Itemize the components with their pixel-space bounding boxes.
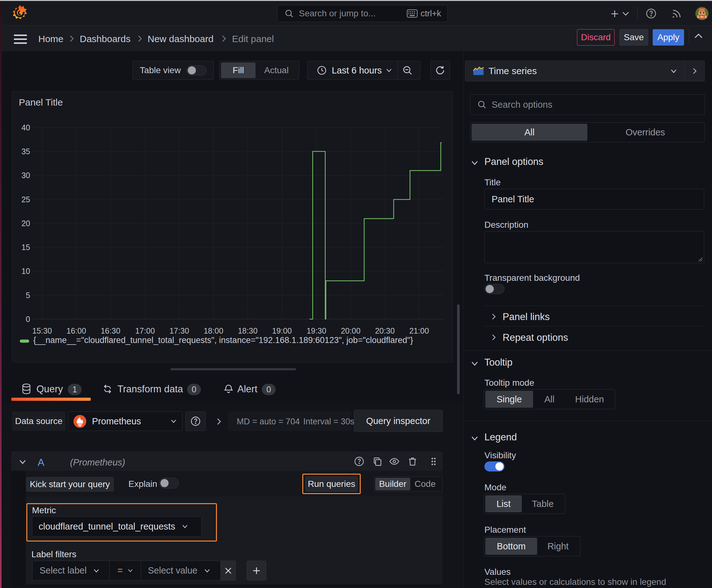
svg-text:20:00: 20:00 bbox=[341, 327, 361, 335]
svg-text:5: 5 bbox=[26, 291, 30, 300]
svg-text:18:30: 18:30 bbox=[238, 327, 258, 335]
svg-text:20: 20 bbox=[21, 219, 30, 228]
svg-text:17:30: 17:30 bbox=[170, 327, 189, 335]
svg-text:0: 0 bbox=[26, 315, 30, 323]
svg-text:20:30: 20:30 bbox=[375, 327, 395, 335]
svg-text:40: 40 bbox=[21, 123, 30, 132]
svg-text:35: 35 bbox=[21, 147, 30, 156]
svg-text:16:30: 16:30 bbox=[101, 327, 121, 335]
svg-text:10: 10 bbox=[21, 267, 30, 275]
svg-text:15:30: 15:30 bbox=[33, 327, 52, 335]
svg-text:18:00: 18:00 bbox=[204, 327, 223, 335]
svg-text:19:00: 19:00 bbox=[272, 327, 292, 335]
svg-text:15: 15 bbox=[21, 243, 30, 252]
svg-text:16:00: 16:00 bbox=[67, 327, 86, 335]
svg-text:19:30: 19:30 bbox=[307, 327, 326, 335]
svg-text:30: 30 bbox=[21, 171, 30, 180]
svg-text:25: 25 bbox=[21, 195, 30, 204]
svg-text:17:00: 17:00 bbox=[135, 327, 155, 335]
svg-text:21:00: 21:00 bbox=[409, 327, 429, 335]
